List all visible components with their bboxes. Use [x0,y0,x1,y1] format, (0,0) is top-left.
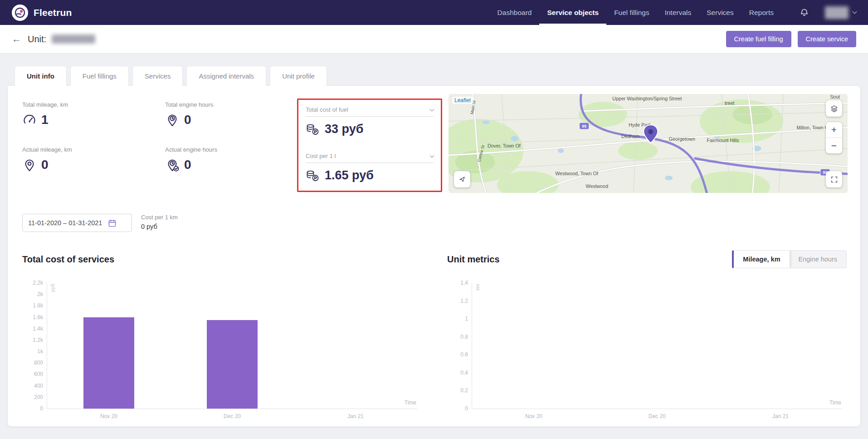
engine-hours-check-pin-icon [165,158,180,172]
leaflet-attribution[interactable]: Leaflet [452,97,473,104]
stats-grid: Total mileage, km 1 Total engine hours [22,101,308,172]
map-zoom-control: + − [826,122,842,153]
map-label: Milton, Town Of [797,125,830,130]
map-tiles: 95 95 Upper Washington/Spring Street tre… [449,94,848,193]
nav-item-intervals[interactable]: Intervals [657,0,699,25]
tab-fuel-fillings[interactable]: Fuel fillings [70,66,129,86]
map-fullscreen-button[interactable] [826,171,842,187]
unit-name-redacted [52,35,95,44]
nav-item-dashboard[interactable]: Dashboard [490,0,540,25]
chart-total-cost-of-services: Total cost of services 02004006008001k1.… [22,250,422,409]
gauge-icon [22,113,37,127]
cost-per-km-value: 0 руб [141,223,178,230]
unit-summary-row: Total mileage, km 1 Total engine hours [8,86,860,207]
total-fuel-cost-group: Total cost of fuel 33 руб [306,106,434,136]
chart-title: Unit metrics [447,254,500,265]
create-service-button[interactable]: Create service [798,31,856,47]
tab-assigned-intervals[interactable]: Assigned intervals [186,66,266,86]
page-title: Unit: [28,34,46,44]
svg-text:95: 95 [582,124,586,128]
stat-label: Actual mileage, km [22,146,165,153]
toggle-engine-hours[interactable]: Engine hours [790,251,846,268]
stat-label: Actual engine hours [165,146,308,153]
main-nav: Dashboard Service objects Fuel fillings … [490,0,781,25]
zoom-out-button[interactable]: − [826,138,842,153]
cost-per-liter-value: 1.65 руб [325,168,374,183]
select-label: Cost per 1 l [306,153,336,159]
fuel-cost-panel-highlighted: Total cost of fuel 33 руб Cost p [297,99,442,192]
tab-services[interactable]: Services [132,66,183,86]
map-label: Dover, Town Of [488,143,521,148]
top-navbar: Fleetrun Dashboard Service objects Fuel … [0,0,868,25]
nav-item-services[interactable]: Services [699,0,741,25]
tab-unit-profile[interactable]: Unit profile [270,66,327,86]
locate-arrow-icon [458,175,466,183]
cost-per-liter-select[interactable]: Cost per 1 l [306,153,434,163]
tab-unit-info[interactable]: Unit info [15,66,67,86]
map-layers-button[interactable] [826,100,842,117]
stat-actual-engine-hours: Actual engine hours 0 [165,146,308,172]
map-label: Westwood [586,183,609,189]
chart-title: Total cost of services [22,254,114,265]
stat-label: Total engine hours [165,101,308,108]
cost-per-km-label: Cost per 1 km [141,214,178,221]
stat-total-engine-hours: Total engine hours 0 [165,101,308,127]
map-label: Fairmount Hills [707,138,740,143]
chart-unit-metrics: Unit metrics Mileage, km Engine hours 00… [447,250,847,409]
map-label: Sout [830,94,840,99]
location-pin-icon [22,158,37,172]
page-header: ← Unit: Create fuel filling Create servi… [0,25,868,53]
total-fuel-cost-value: 33 руб [325,122,363,136]
chevron-down-icon [430,153,434,158]
layers-icon [830,104,839,113]
metric-toggle: Mileage, km Engine hours [732,250,847,268]
back-arrow-icon[interactable]: ← [12,34,21,44]
toggle-mileage[interactable]: Mileage, km [734,251,789,268]
create-fuel-filling-button[interactable]: Create fuel filling [726,31,791,47]
select-label: Total cost of fuel [306,106,348,113]
stat-value: 1 [41,113,49,127]
stat-value: 0 [41,158,49,172]
calendar-icon[interactable] [108,219,117,227]
coins-icon [306,123,319,136]
map-label: Westwood, Town Of [555,171,598,176]
map-locate-button[interactable] [454,171,470,187]
user-menu[interactable] [825,6,856,19]
chevron-down-icon [853,10,857,14]
date-range-input[interactable] [28,219,108,227]
stat-value: 0 [184,158,191,172]
map-label: Georgetown [669,136,695,142]
total-fuel-cost-select[interactable]: Total cost of fuel [306,106,434,117]
cost-per-km-block: Cost per 1 km 0 руб [141,214,178,230]
map-label: Dedham [621,133,639,139]
nav-item-service-objects[interactable]: Service objects [539,0,606,25]
nav-item-reports[interactable]: Reports [741,0,781,25]
charts-section: Total cost of services 02004006008001k1.… [8,235,860,409]
stat-label: Total mileage, km [22,101,165,108]
engine-hours-pin-icon [165,113,180,127]
app-logo[interactable]: Fleetrun [12,5,72,21]
notifications-bell-icon[interactable] [795,0,813,25]
map-label: treet [725,100,734,106]
fleetrun-logo-icon [12,5,28,21]
map-label: Upper Washington/Spring Street [612,96,682,101]
stat-actual-mileage: Actual mileage, km 0 [22,146,165,172]
zoom-in-button[interactable]: + [826,122,842,138]
unit-metrics-plot: 00.20.40.60.811.21.4Nov 20Dec 20Jan 21km… [472,283,842,409]
fullscreen-icon [830,176,838,183]
user-avatar [825,6,848,19]
services-cost-bar-plot: 02004006008001k1.2k1.4k1.6k1.8k2k2.2kNov… [47,283,417,409]
unit-location-map[interactable]: 95 95 Upper Washington/Spring Street tre… [449,94,848,193]
nav-item-fuel-fillings[interactable]: Fuel fillings [606,0,657,25]
cost-per-liter-group: Cost per 1 l 1.65 руб [306,153,434,183]
date-range-picker[interactable] [22,214,132,232]
app-title: Fleetrun [34,7,72,18]
unit-tabs: Unit info Fuel fillings Services Assigne… [15,66,868,86]
coins-icon [306,169,319,183]
chevron-down-icon [430,107,434,111]
stat-value: 0 [184,113,191,127]
period-filter-row: Cost per 1 km 0 руб [8,207,860,235]
stat-total-mileage: Total mileage, km 1 [22,101,165,127]
unit-info-card: Total mileage, km 1 Total engine hours [7,85,861,427]
header-actions: Create fuel filling Create service [726,31,856,47]
